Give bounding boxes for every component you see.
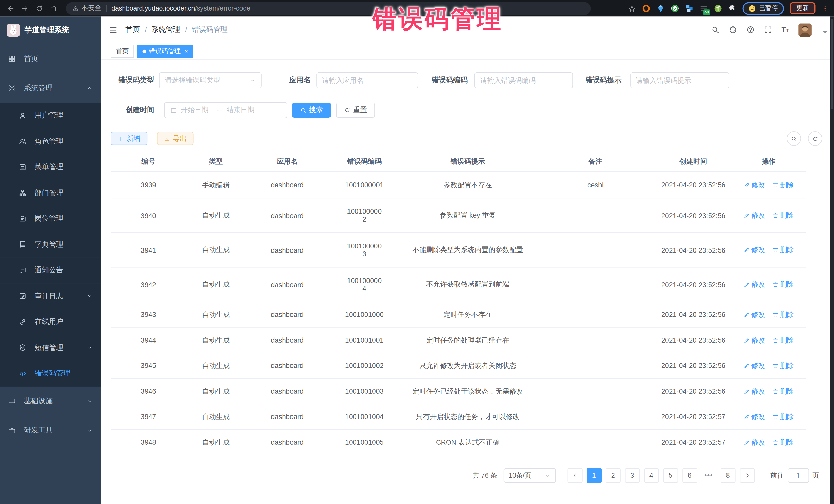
font-size-icon[interactable]: TT bbox=[782, 25, 789, 34]
delete-link[interactable]: 删除 bbox=[772, 387, 794, 396]
sidebar-item-errorcode[interactable]: 错误码管理 bbox=[0, 360, 101, 387]
error-hint-input[interactable] bbox=[630, 72, 729, 88]
fullscreen-icon[interactable] bbox=[764, 25, 772, 34]
refresh-table-button[interactable] bbox=[808, 131, 822, 146]
delete-link[interactable]: 删除 bbox=[772, 361, 794, 370]
delete-link[interactable]: 删除 bbox=[772, 211, 794, 220]
error-type-select[interactable]: 请选择错误码类型 bbox=[159, 72, 262, 88]
tag-item[interactable]: 首页 bbox=[111, 44, 134, 58]
trash-icon bbox=[772, 439, 778, 445]
cell-hint: 只有开启状态的任务，才可以修改 bbox=[400, 404, 536, 429]
sidebar-item-online[interactable]: 在线用户 bbox=[0, 309, 101, 335]
sidebar-item-tools[interactable]: 研发工具 bbox=[0, 416, 101, 445]
user-avatar[interactable] bbox=[798, 23, 812, 37]
edit-link[interactable]: 修改 bbox=[743, 280, 765, 289]
sidebar-item-role[interactable]: 角色管理 bbox=[0, 129, 101, 154]
browser-menu-icon[interactable] bbox=[821, 3, 829, 13]
tag-close-icon[interactable]: × bbox=[184, 48, 188, 54]
extension-green-sprout-icon[interactable] bbox=[714, 4, 722, 13]
export-button[interactable]: 导出 bbox=[157, 132, 194, 145]
sidebar-item-dict[interactable]: 字典管理 bbox=[0, 232, 101, 258]
delete-link[interactable]: 删除 bbox=[772, 438, 794, 447]
sidebar-item-infra[interactable]: 基础设施 bbox=[0, 387, 101, 416]
avatar-caret-down-icon[interactable] bbox=[821, 27, 827, 33]
browser-home-button[interactable] bbox=[48, 3, 59, 13]
profile-paused-pill[interactable]: 已暂停 bbox=[742, 2, 784, 15]
add-button[interactable]: 新增 bbox=[111, 132, 147, 145]
sidebar-item-notice[interactable]: 通知公告 bbox=[0, 257, 101, 283]
total-count: 共 76 条 bbox=[473, 471, 497, 480]
edit-link[interactable]: 修改 bbox=[743, 211, 765, 220]
browser-reload-button[interactable] bbox=[34, 3, 45, 13]
sidebar-item-audit[interactable]: 审计日志 bbox=[0, 283, 101, 309]
edit-link[interactable]: 修改 bbox=[743, 245, 765, 255]
page-size-select[interactable]: 10条/页 bbox=[503, 468, 555, 483]
extension-blue-gem-icon[interactable] bbox=[656, 4, 665, 13]
reset-button[interactable]: 重置 bbox=[336, 103, 375, 117]
cell-type: 自动生成 bbox=[186, 378, 246, 404]
breadcrumb-separator: / bbox=[145, 26, 147, 34]
search-button[interactable]: 搜索 bbox=[292, 103, 331, 117]
sidebar-item-label: 短信管理 bbox=[35, 343, 63, 352]
hamburger-icon[interactable] bbox=[109, 25, 118, 35]
browser-scrollbar[interactable] bbox=[830, 17, 834, 504]
extension-blue-cubes-icon[interactable] bbox=[685, 4, 694, 13]
breadcrumb-home[interactable]: 首页 bbox=[126, 25, 140, 35]
sidebar-item-dept[interactable]: 部门管理 bbox=[0, 180, 101, 206]
sidebar-item-label: 字典管理 bbox=[35, 240, 63, 249]
help-icon[interactable] bbox=[746, 25, 755, 34]
extensions-puzzle-icon[interactable] bbox=[728, 4, 737, 13]
extension-list-on-icon[interactable]: on bbox=[700, 4, 708, 13]
delete-link[interactable]: 删除 bbox=[772, 180, 794, 190]
page-button-5[interactable]: 5 bbox=[663, 468, 678, 483]
github-icon[interactable] bbox=[729, 25, 737, 34]
page-button-2[interactable]: 2 bbox=[606, 468, 620, 483]
toggle-search-button[interactable] bbox=[787, 131, 801, 146]
bookmark-star-icon[interactable] bbox=[628, 4, 636, 13]
browser-back-button[interactable] bbox=[5, 3, 16, 13]
delete-link[interactable]: 删除 bbox=[772, 310, 794, 319]
arrow-left-icon bbox=[7, 5, 14, 12]
browser-forward-button[interactable] bbox=[20, 3, 30, 13]
app-name-input[interactable] bbox=[316, 72, 418, 88]
page-button-8[interactable]: 8 bbox=[720, 468, 735, 483]
edit-link[interactable]: 修改 bbox=[743, 335, 765, 345]
next-page-button[interactable] bbox=[740, 468, 754, 483]
breadcrumb-system[interactable]: 系统管理 bbox=[151, 25, 180, 35]
edit-link[interactable]: 修改 bbox=[743, 310, 765, 319]
prev-page-button[interactable] bbox=[567, 468, 582, 483]
delete-link[interactable]: 删除 bbox=[772, 412, 794, 421]
error-code-input[interactable] bbox=[475, 72, 573, 88]
edit-link[interactable]: 修改 bbox=[743, 361, 765, 370]
sidebar-item-post[interactable]: 岗位管理 bbox=[0, 206, 101, 232]
header-search-icon[interactable] bbox=[711, 25, 720, 34]
page-ellipsis[interactable]: ••• bbox=[701, 468, 716, 483]
cell-type: 自动生成 bbox=[186, 353, 246, 378]
cell-app: dashboard bbox=[246, 267, 329, 302]
edit-link[interactable]: 修改 bbox=[743, 180, 765, 190]
edit-link[interactable]: 修改 bbox=[743, 387, 765, 396]
goto-page: 前往 页 bbox=[770, 468, 819, 483]
page-button-4[interactable]: 4 bbox=[644, 468, 659, 483]
delete-link[interactable]: 删除 bbox=[772, 245, 794, 255]
edit-link[interactable]: 修改 bbox=[743, 438, 765, 447]
edit-link[interactable]: 修改 bbox=[743, 412, 765, 421]
page-button-3[interactable]: 3 bbox=[624, 468, 639, 483]
sidebar-item-home[interactable]: 首页 bbox=[0, 44, 101, 73]
address-bar[interactable]: 不安全 dashboard.yudao.iocoder.cn/system/er… bbox=[66, 2, 591, 15]
sidebar-item-sms[interactable]: 短信管理 bbox=[0, 335, 101, 361]
sidebar-item-menu[interactable]: 菜单管理 bbox=[0, 154, 101, 180]
tag-active[interactable]: 错误码管理× bbox=[137, 44, 194, 58]
extension-orange-ring-icon[interactable] bbox=[642, 4, 651, 13]
browser-update-button[interactable]: 更新 bbox=[790, 2, 815, 14]
page-button-1[interactable]: 1 bbox=[586, 468, 601, 483]
page-button-6[interactable]: 6 bbox=[682, 468, 697, 483]
goto-page-input[interactable] bbox=[788, 468, 809, 483]
sidebar-item-system[interactable]: 系统管理 bbox=[0, 73, 101, 103]
delete-link[interactable]: 删除 bbox=[772, 280, 794, 289]
create-time-range-picker[interactable]: 开始日期 - 结束日期 bbox=[164, 102, 287, 118]
delete-link[interactable]: 删除 bbox=[772, 335, 794, 345]
extension-green-check-icon[interactable] bbox=[671, 4, 679, 13]
app-logo-row[interactable]: 芋道管理系统 bbox=[0, 17, 101, 44]
sidebar-item-user[interactable]: 用户管理 bbox=[0, 103, 101, 129]
